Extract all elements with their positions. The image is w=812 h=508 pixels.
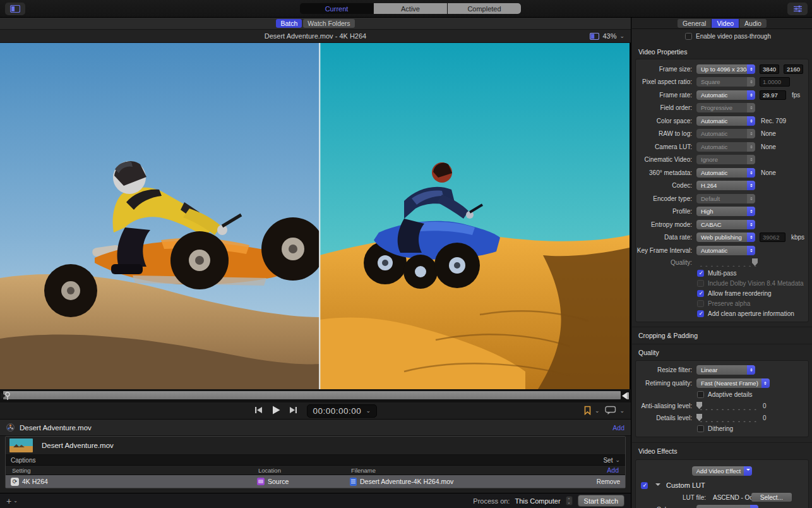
segment-completed[interactable]: Completed <box>448 3 521 14</box>
add-marker-button[interactable] <box>583 406 592 416</box>
column-setting: Setting <box>12 466 31 475</box>
play-button[interactable] <box>272 406 280 416</box>
setting-name: 4K H264 <box>22 478 48 485</box>
tab-watch-folders[interactable]: Watch Folders <box>303 19 354 28</box>
location-folder-icon <box>257 478 265 485</box>
add-job-button[interactable]: + ⌄ <box>6 496 18 506</box>
scrubber-track[interactable] <box>3 391 621 399</box>
process-cluster: Process on: This Computer ⌃ ⌄ Start Batc… <box>473 495 624 507</box>
process-target-select[interactable]: This Computer <box>515 497 560 505</box>
retiming-quality-popup[interactable]: Fast (Nearest Frame) <box>696 378 770 388</box>
column-location: Location <box>258 466 281 475</box>
slider-thumb[interactable] <box>696 402 702 409</box>
captions-row[interactable]: Captions Set ⌄ <box>6 455 625 466</box>
timecode-display[interactable]: 00:00:00:00 ⌄ <box>307 404 378 418</box>
preview-zoom-control[interactable]: 43% ⌄ <box>590 30 624 42</box>
enable-pass-through-checkbox[interactable] <box>685 33 692 40</box>
popup-arrows-icon <box>747 168 755 178</box>
chevron-down-icon[interactable]: ⌄ <box>595 408 600 414</box>
popup-arrows-icon <box>747 129 755 138</box>
add-setting-link[interactable]: Add <box>607 466 619 474</box>
tab-video[interactable]: Video <box>712 19 739 28</box>
preview-and-batch-pane: Batch Watch Folders Desert Adventure.mov… <box>0 18 631 508</box>
captions-set-control[interactable]: Set ⌄ <box>603 457 620 464</box>
dolby-vision-checkbox <box>697 280 704 287</box>
inspector-pane: General Video Audio Enable video pass-th… <box>632 18 812 508</box>
marker-buttons: ⌄ ⌄ <box>583 406 624 416</box>
data-rate-popup[interactable]: Web publishing <box>696 233 755 242</box>
frame-width-field[interactable]: 3840 <box>760 64 779 74</box>
previous-frame-button[interactable] <box>254 406 263 415</box>
resize-filter-popup[interactable]: Linear <box>696 365 755 375</box>
segment-current[interactable]: Current <box>300 3 373 14</box>
frame-size-popup[interactable]: Up to 4096 x 2304 <box>696 64 755 74</box>
popup-arrows-icon <box>750 505 758 508</box>
quality-panel: Resize filter: Linear Retiming quality: … <box>635 360 809 437</box>
adaptive-details-checkbox[interactable] <box>697 391 704 398</box>
frame-reordering-checkbox[interactable] <box>697 290 704 297</box>
popup-arrows-icon <box>747 233 755 242</box>
codec-popup[interactable]: H.264 <box>696 181 755 190</box>
preview-canvas <box>0 43 631 389</box>
add-output-link[interactable]: Add <box>612 424 624 432</box>
start-batch-button[interactable]: Start Batch <box>578 495 624 507</box>
outputs-table-header: Setting Location Filename Add <box>6 466 625 475</box>
source-media-icon <box>6 423 15 432</box>
add-video-effect-button[interactable]: Add Video Effect <box>692 466 752 476</box>
preview-title-bar: Desert Adventure.mov - 4K H264 43% ⌄ <box>0 30 631 43</box>
pixel-aspect-field: 1.0000 <box>760 77 790 87</box>
section-cropping-padding[interactable]: Cropping & Padding <box>632 327 812 344</box>
pass-through-row: Enable video pass-through <box>632 29 812 44</box>
timecode-value: 00:00:00:00 <box>313 406 362 416</box>
section-quality[interactable]: Quality <box>632 344 812 360</box>
custom-lut-checkbox[interactable] <box>641 482 648 489</box>
media-row[interactable]: Desert Adventure.mov <box>6 437 625 455</box>
video-properties-panel: Frame size: Up to 4096 x 2304 3840 2160 … <box>635 59 809 322</box>
quality-slider <box>696 258 756 267</box>
slider-thumb[interactable] <box>696 414 702 421</box>
multi-pass-checkbox[interactable] <box>697 270 704 277</box>
toggle-batch-panel-button[interactable] <box>5 3 25 15</box>
dithering-checkbox[interactable] <box>697 425 704 432</box>
section-video-effects: Video Effects <box>632 442 812 459</box>
frame-rate-popup[interactable]: Automatic <box>696 90 755 100</box>
annotation-button[interactable] <box>605 406 616 416</box>
frame-height-field[interactable]: 2160 <box>784 64 803 74</box>
anti-aliasing-slider[interactable] <box>696 402 756 410</box>
chevron-down-icon: ⌄ <box>615 457 620 463</box>
lut-color-space-popup[interactable]: Rec. 709 <box>696 505 758 508</box>
process-target-stepper[interactable]: ⌃ ⌄ <box>566 496 573 505</box>
clean-aperture-checkbox[interactable] <box>697 310 704 317</box>
remove-output-button[interactable]: Remove <box>597 475 620 488</box>
entropy-mode-popup[interactable]: CABAC <box>696 220 755 229</box>
metadata-360-popup[interactable]: Automatic <box>696 168 755 178</box>
process-on-label: Process on: <box>473 497 510 505</box>
frame-rate-field[interactable]: 29.97 <box>760 90 786 100</box>
zoom-level: 43% <box>602 32 616 40</box>
tab-batch[interactable]: Batch <box>276 19 302 28</box>
sliders-icon <box>793 5 803 13</box>
select-lut-button[interactable]: Select... <box>751 493 792 502</box>
job-header-row[interactable]: Desert Adventure.mov Add <box>0 420 631 436</box>
color-space-popup[interactable]: Automatic <box>696 116 755 126</box>
output-row[interactable]: ⟳ 4K H264 Source Desert Adventure-4K H26… <box>6 475 625 488</box>
encoder-type-popup: Default <box>696 194 755 203</box>
key-frame-interval-popup[interactable]: Automatic <box>696 246 755 255</box>
tab-audio[interactable]: Audio <box>739 19 767 28</box>
toggle-inspector-button[interactable] <box>787 3 808 15</box>
column-filename: Filename <box>351 466 376 475</box>
next-frame-button[interactable] <box>289 406 298 415</box>
split-divider[interactable] <box>319 43 320 389</box>
timeline-scrubber[interactable] <box>0 389 631 402</box>
compressor-window: Current Active Completed Batch Watch Fol… <box>0 0 812 508</box>
playhead-marker[interactable] <box>0 390 10 401</box>
disclosure-triangle-icon[interactable] <box>655 483 660 488</box>
popup-arrows-icon <box>747 220 755 229</box>
chevron-down-icon[interactable]: ⌄ <box>619 408 624 414</box>
pixel-aspect-popup: Square <box>696 77 755 87</box>
profile-popup[interactable]: High <box>696 207 755 216</box>
details-level-slider[interactable] <box>696 414 756 422</box>
segment-active[interactable]: Active <box>374 3 447 14</box>
tab-general[interactable]: General <box>678 19 711 28</box>
popup-arrow-icon <box>744 466 752 476</box>
